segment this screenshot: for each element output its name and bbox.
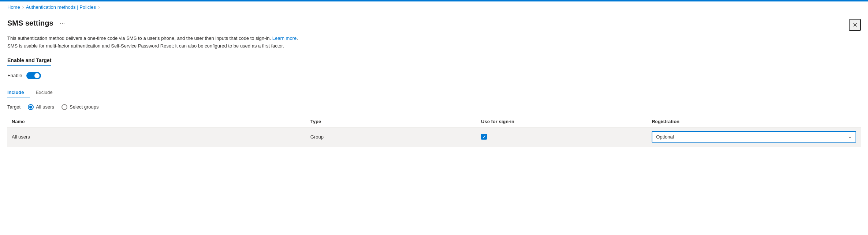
data-table: Name Type Use for sign-in Registration A…: [7, 116, 861, 147]
breadcrumb-home[interactable]: Home: [7, 4, 20, 10]
breadcrumb-sep2: ›: [98, 5, 100, 10]
description-line2: SMS is usable for multi-factor authentic…: [7, 43, 284, 49]
col-header-name: Name: [7, 116, 306, 128]
table-row: All users Group Optional ⌄: [7, 127, 861, 146]
breadcrumb-section[interactable]: Authentication methods | Policies: [26, 4, 96, 10]
radio-select-groups-circle: [62, 104, 67, 110]
table-body: All users Group Optional ⌄: [7, 127, 861, 146]
cell-registration: Optional ⌄: [647, 127, 861, 146]
target-row: Target All users Select groups: [7, 104, 861, 110]
cell-signin[interactable]: [477, 127, 647, 146]
main-content: SMS settings ··· ✕ This authentication m…: [0, 13, 868, 154]
radio-select-groups[interactable]: Select groups: [62, 104, 99, 110]
breadcrumb: Home › Authentication methods | Policies…: [0, 1, 868, 13]
registration-value: Optional: [656, 134, 674, 140]
enable-label: Enable: [7, 73, 22, 78]
checkbox-checked-icon: [481, 134, 487, 140]
section-title: Enable and Target: [7, 57, 51, 66]
description: This authentication method delivers a on…: [7, 35, 861, 50]
title-row: SMS settings ···: [7, 19, 861, 27]
enable-row: Enable: [7, 72, 861, 79]
radio-select-groups-label: Select groups: [70, 104, 99, 110]
toggle-track: [26, 72, 41, 79]
col-header-registration: Registration: [647, 116, 861, 128]
col-header-signin: Use for sign-in: [477, 116, 647, 128]
description-line1-end: .: [297, 35, 298, 41]
cell-name: All users: [7, 127, 306, 146]
radio-all-users-circle: [28, 104, 34, 110]
table-header: Name Type Use for sign-in Registration: [7, 116, 861, 128]
tabs-container: Include Exclude: [7, 87, 861, 98]
registration-dropdown[interactable]: Optional ⌄: [652, 131, 856, 143]
dropdown-arrow-icon: ⌄: [848, 134, 852, 139]
target-label: Target: [7, 104, 21, 110]
tab-include[interactable]: Include: [7, 87, 30, 98]
toggle-thumb: [34, 73, 40, 78]
description-line1: This authentication method delivers a on…: [7, 35, 271, 41]
breadcrumb-sep1: ›: [22, 5, 24, 10]
radio-all-users[interactable]: All users: [28, 104, 54, 110]
cell-type: Group: [306, 127, 477, 146]
close-button[interactable]: ✕: [849, 19, 861, 31]
table-header-row: Name Type Use for sign-in Registration: [7, 116, 861, 128]
radio-all-users-label: All users: [36, 104, 54, 110]
more-options-button[interactable]: ···: [58, 19, 67, 27]
col-header-type: Type: [306, 116, 477, 128]
learn-more-link[interactable]: Learn more: [272, 35, 297, 41]
tab-exclude[interactable]: Exclude: [36, 87, 59, 98]
page-title: SMS settings: [7, 19, 53, 27]
signin-checkbox[interactable]: [481, 134, 643, 140]
enable-toggle[interactable]: [26, 72, 41, 79]
